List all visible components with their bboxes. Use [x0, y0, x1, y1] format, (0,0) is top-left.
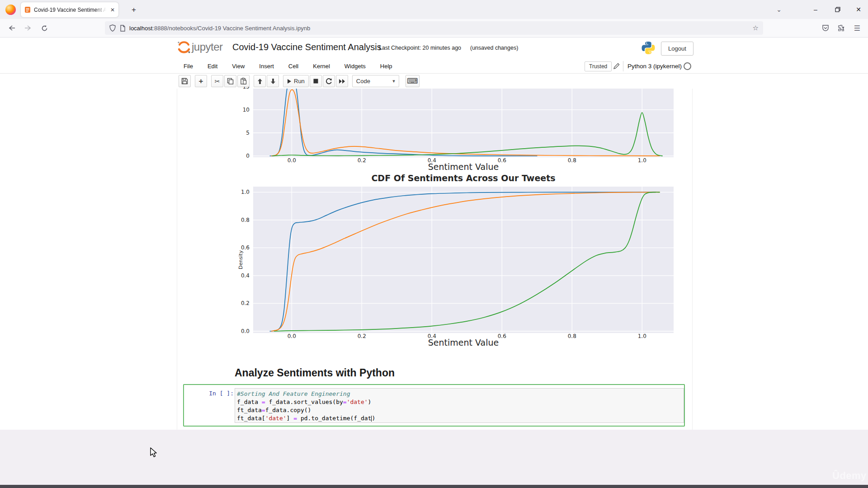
menu-cell[interactable]: Cell	[281, 63, 306, 70]
code-line: f_data = f_data.sort_values(by='date')	[237, 398, 684, 406]
move-cell-up-button[interactable]	[254, 75, 266, 87]
new-tab-button[interactable]: +	[127, 4, 140, 16]
svg-text:0.0: 0.0	[288, 333, 296, 339]
svg-text:1.0: 1.0	[638, 157, 646, 164]
y-axis-label: Density	[238, 250, 244, 269]
cut-cell-button[interactable]: ✂	[211, 75, 223, 87]
stop-icon	[313, 79, 318, 84]
menu-bar: File Edit View Insert Cell Kernel Widget…	[0, 59, 868, 74]
x-axis-label: Sentiment Value	[428, 338, 499, 347]
notebook-toolbar: + ✂ Run	[179, 75, 420, 87]
svg-text:0.0: 0.0	[241, 328, 250, 334]
menu-help[interactable]: Help	[373, 63, 400, 70]
command-palette-button[interactable]: ⌨	[406, 75, 420, 87]
checkpoint-status: Last Checkpoint: 20 minutes ago	[379, 45, 461, 51]
arrow-up-icon	[257, 78, 263, 84]
svg-text:0.6: 0.6	[498, 333, 506, 339]
restore-icon	[835, 7, 840, 12]
menu-view[interactable]: View	[225, 63, 252, 70]
url-text: localhost:8888/notebooks/Covid-19 Vaccin…	[129, 25, 310, 32]
restart-kernel-button[interactable]	[323, 75, 335, 87]
bookmark-star-icon[interactable]: ☆	[753, 24, 759, 32]
firefox-icon[interactable]	[5, 5, 16, 15]
code-line: ft_data['date'] = pd.to_datetime(f_dat)	[237, 414, 684, 422]
paste-cell-button[interactable]	[237, 75, 250, 87]
extensions-button[interactable]	[835, 22, 848, 34]
kde-chart: 0.00.20.40.60.81.0051015Sentiment ValueD…	[235, 87, 687, 180]
hamburger-menu-icon[interactable]: ☰	[851, 22, 863, 34]
menubar-separator	[623, 61, 623, 71]
code-lines: #Sorting And Feature Engineeringf_data =…	[237, 390, 684, 422]
fast-forward-icon	[339, 79, 345, 84]
menu-widgets[interactable]: Widgets	[337, 63, 373, 70]
copy-cell-button[interactable]	[224, 75, 236, 87]
move-cell-down-button[interactable]	[267, 75, 279, 87]
paste-icon	[240, 78, 247, 84]
cell-prompt: In [ ]:	[204, 390, 234, 397]
restart-run-all-button[interactable]	[336, 75, 348, 87]
add-cell-button[interactable]: +	[195, 75, 207, 87]
back-button[interactable]	[5, 22, 18, 34]
run-label: Run	[294, 78, 305, 84]
tab-title: Covid-19 Vaccine Sentiment An	[34, 7, 106, 13]
svg-text:0.2: 0.2	[241, 300, 250, 306]
browser-tab-bar: Covid-19 Vaccine Sentiment An ✕ + ⌄ – ✕	[0, 0, 868, 19]
svg-text:0.0: 0.0	[288, 157, 296, 164]
svg-text:0.8: 0.8	[568, 157, 576, 164]
svg-text:1.0: 1.0	[241, 189, 250, 195]
logout-button[interactable]: Logout	[661, 42, 693, 56]
browser-tab[interactable]: Covid-19 Vaccine Sentiment An ✕	[21, 2, 118, 17]
shield-icon	[109, 24, 116, 32]
jupyter-wordmark[interactable]: jupyter	[192, 41, 223, 53]
tab-close-icon[interactable]: ✕	[110, 7, 115, 13]
svg-text:5: 5	[246, 130, 250, 136]
screen: Covid-19 Vaccine Sentiment An ✕ + ⌄ – ✕	[0, 0, 868, 488]
restore-button[interactable]	[831, 4, 844, 15]
trusted-badge[interactable]: Trusted	[585, 61, 612, 71]
url-bar[interactable]: localhost:8888/notebooks/Covid-19 Vaccin…	[105, 21, 763, 35]
taskbar-strip	[0, 485, 868, 488]
menus: File Edit View Insert Cell Kernel Widget…	[176, 59, 400, 73]
keyboard-icon: ⌨	[407, 76, 418, 86]
jupyter-logo-icon[interactable]	[177, 40, 191, 55]
edit-mode-pencil-icon	[613, 62, 620, 70]
chevron-down-icon: ▾	[392, 78, 395, 84]
code-cell[interactable]: In [ ]: #Sorting And Feature Engineering…	[183, 384, 685, 427]
run-icon	[287, 79, 292, 84]
forward-button[interactable]	[22, 22, 34, 34]
unsaved-changes-status: (unsaved changes)	[470, 45, 518, 51]
minimize-button[interactable]: –	[809, 4, 822, 15]
tab-list-chevron-icon[interactable]: ⌄	[772, 4, 786, 15]
run-button[interactable]: Run	[283, 75, 309, 87]
code-editor[interactable]: #Sorting And Feature Engineeringf_data =…	[235, 388, 684, 423]
puzzle-icon	[838, 24, 845, 32]
menu-edit[interactable]: Edit	[200, 63, 225, 70]
svg-text:1.0: 1.0	[638, 333, 646, 339]
reload-button[interactable]	[38, 22, 51, 34]
stop-button[interactable]	[310, 75, 322, 87]
cell-type-select[interactable]: Code ▾	[352, 75, 399, 87]
svg-text:15: 15	[243, 87, 250, 90]
save-icon	[181, 78, 188, 84]
svg-text:0.6: 0.6	[241, 244, 250, 251]
code-line: #Sorting And Feature Engineering	[237, 390, 684, 398]
menu-file[interactable]: File	[176, 63, 200, 70]
svg-text:0.2: 0.2	[358, 333, 366, 339]
mouse-cursor	[150, 447, 159, 458]
save-button[interactable]	[179, 75, 191, 87]
menu-insert[interactable]: Insert	[252, 63, 281, 70]
pocket-button[interactable]	[819, 22, 832, 34]
svg-text:10: 10	[243, 107, 250, 113]
svg-text:0.6: 0.6	[498, 157, 506, 164]
cdf-chart: 0.00.20.40.60.81.00.00.20.40.60.81.0CDF …	[235, 174, 687, 355]
notebook-title[interactable]: Covid-19 Vaccine Sentiment Analysis	[232, 42, 382, 52]
menu-kernel[interactable]: Kernel	[306, 63, 337, 70]
svg-text:0.8: 0.8	[241, 217, 250, 223]
page-info-icon	[120, 25, 126, 32]
chart-title: CDF Of Sentiments Across Our Tweets	[371, 174, 555, 183]
code-line: ft_data=f_data.copy()	[237, 406, 684, 414]
pocket-icon	[822, 25, 829, 32]
svg-text:0.8: 0.8	[568, 333, 576, 339]
notebook-favicon	[24, 6, 31, 13]
close-window-button[interactable]: ✕	[852, 4, 865, 15]
